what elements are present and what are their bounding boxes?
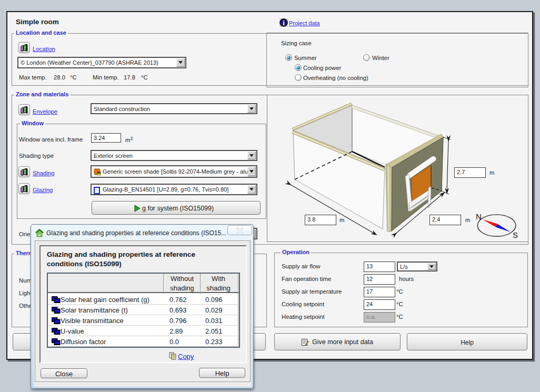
svg-text:N: N [476, 212, 482, 221]
svg-text:i: i [283, 19, 285, 27]
svg-text:S: S [513, 230, 518, 239]
